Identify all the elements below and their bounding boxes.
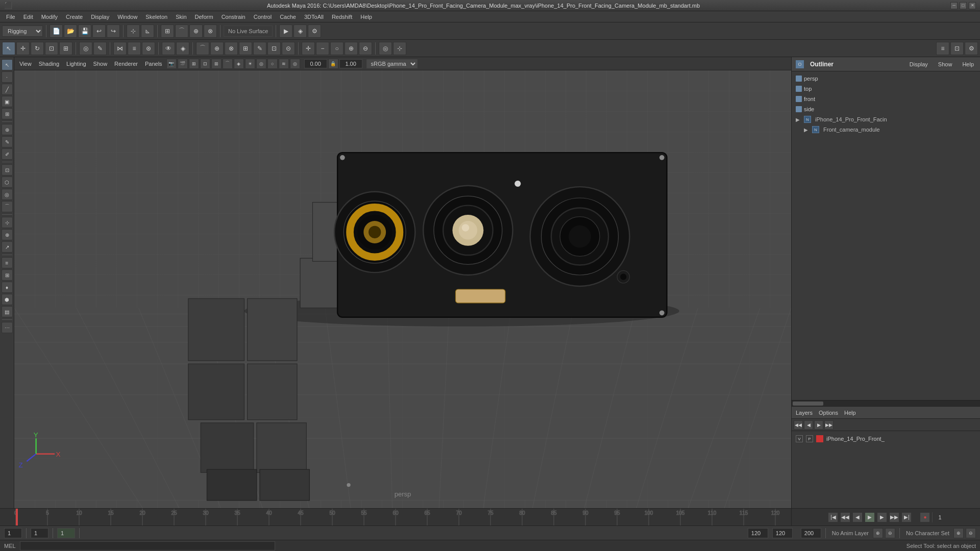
viewport-menu-panels[interactable]: Panels <box>142 60 165 68</box>
vp-gate-btn[interactable]: ⊞ <box>189 59 199 69</box>
menu-item-skeleton[interactable]: Skeleton <box>141 11 172 22</box>
paint-weights-btn[interactable]: ✎ <box>253 42 266 55</box>
scale-tool-btn[interactable]: ⊡ <box>45 42 58 55</box>
quick-rig-btn[interactable]: ⊹ <box>2 217 13 228</box>
menu-item-display[interactable]: Display <box>87 11 113 22</box>
layer-row-iphone[interactable]: V P iPhone_14_Pro_Front_ <box>796 433 976 444</box>
layer-next-next-btn[interactable]: ▶▶ <box>824 420 834 430</box>
rm-inf-btn[interactable]: ⊖ <box>359 42 372 55</box>
undo-btn[interactable]: ↩ <box>92 24 106 38</box>
outliner-item-front[interactable]: front <box>792 94 980 104</box>
soft-select-btn[interactable]: ◎ <box>79 42 92 55</box>
menu-item-skin[interactable]: Skin <box>172 11 190 22</box>
select-tool-btn[interactable]: ↖ <box>2 42 15 55</box>
menu-item-cache[interactable]: Cache <box>276 11 300 22</box>
transport-next-key-btn[interactable]: ▶▶ <box>889 512 899 522</box>
menu-item-deform[interactable]: Deform <box>191 11 217 22</box>
layer-v-label[interactable]: V <box>796 435 803 442</box>
plus-btn[interactable]: ✛ <box>302 42 315 55</box>
create-poly-btn[interactable]: ⬡ <box>2 177 13 188</box>
menu-item-modify[interactable]: Modify <box>37 11 62 22</box>
outliner-item-front-cam[interactable]: ▶ N Front_camera_module <box>800 124 980 135</box>
frame-total-display[interactable]: 200 <box>801 528 821 538</box>
menu-item-constrain[interactable]: Constrain <box>217 11 250 22</box>
ik-btn[interactable]: ⊕ <box>210 42 224 55</box>
snap-together-btn[interactable]: ⋈ <box>113 42 127 55</box>
menu-item-file[interactable]: File <box>2 11 19 22</box>
vp-motion-blur-btn[interactable]: ≋ <box>279 59 289 69</box>
menu-item-help[interactable]: Help <box>356 11 376 22</box>
transport-next-frame-btn[interactable]: ▶ <box>877 512 887 522</box>
vp-overscan-btn[interactable]: ⊡ <box>200 59 210 69</box>
vp-camera-btn[interactable]: 📷 <box>166 59 177 69</box>
vp-light-btn[interactable]: ☀ <box>245 59 255 69</box>
crv-snap-btn[interactable]: ⌒ <box>196 42 209 55</box>
timeline-track[interactable]: 0 5 10 15 20 25 30 35 40 45 50 55 60 65 … <box>0 509 791 526</box>
attr-editor-btn[interactable]: ⊡ <box>950 42 964 55</box>
redo-btn[interactable]: ↪ <box>107 24 120 38</box>
menu-item-redshift[interactable]: Redshift <box>328 11 356 22</box>
layers-tab-layers[interactable]: Layers <box>796 410 813 416</box>
vp-shadow-btn[interactable]: ◎ <box>256 59 266 69</box>
isolate-btn[interactable]: ◈ <box>176 42 189 55</box>
transport-record-btn[interactable]: ● <box>920 512 930 522</box>
vp-grid-btn[interactable]: ⊞ <box>211 59 222 69</box>
menu-item-window[interactable]: Window <box>113 11 141 22</box>
copy-skin-btn[interactable]: ⊝ <box>282 42 295 55</box>
universal-manip-btn[interactable]: ⊞ <box>59 42 72 55</box>
bottom-more-btn[interactable]: ⋯ <box>2 322 13 333</box>
vp-color-profile-select[interactable]: sRGB gamma <box>366 59 418 68</box>
mesh-tools-btn[interactable]: ⊡ <box>2 164 13 176</box>
layer-prev-prev-btn[interactable]: ◀◀ <box>794 420 803 430</box>
snap-grid-btn[interactable]: ⊞ <box>161 24 174 38</box>
sculpt-btn[interactable]: ⊛ <box>2 124 13 135</box>
viewport-menu-shading[interactable]: Shading <box>36 60 62 68</box>
create-surface-btn[interactable]: ◎ <box>2 189 13 200</box>
mel-input[interactable] <box>20 541 275 550</box>
lasso-btn[interactable]: ⊾ <box>141 24 154 38</box>
frame-end-display2[interactable]: 120 <box>772 528 793 538</box>
face-mode-btn[interactable]: ▣ <box>2 96 13 107</box>
cam-btn[interactable]: ◎ <box>379 42 392 55</box>
minus-btn[interactable]: − <box>316 42 329 55</box>
menu-item-3dtoall[interactable]: 3DToAll <box>300 11 328 22</box>
transport-play-btn[interactable]: ▶ <box>865 512 875 522</box>
vp-value-input2[interactable] <box>339 59 362 68</box>
current-frame-field[interactable]: 1 <box>31 528 48 538</box>
transport-begin-btn[interactable]: |◀ <box>828 512 838 522</box>
layers-tab-options[interactable]: Options <box>819 410 838 416</box>
menu-item-control[interactable]: Control <box>250 11 276 22</box>
skin-btn[interactable]: ⊗ <box>225 42 238 55</box>
char-set-btn2[interactable]: ⊖ <box>966 528 976 538</box>
frame-start-field[interactable]: 1 <box>4 528 22 538</box>
char-set-btn1[interactable]: ⊕ <box>953 528 964 538</box>
edge-mode-btn[interactable]: ╱ <box>2 84 13 95</box>
joint-btn[interactable]: ⊕ <box>2 229 13 240</box>
create-crv-btn[interactable]: ⌒ <box>2 201 13 212</box>
vp-curve-btn[interactable]: ⌒ <box>223 59 233 69</box>
align-btn[interactable]: ≡ <box>128 42 141 55</box>
viewport-menu-lighting[interactable]: Lighting <box>63 60 89 68</box>
render-settings-btn[interactable]: ⚙ <box>308 24 321 38</box>
frame-end-display[interactable]: 120 <box>748 528 768 538</box>
outliner-tab-help[interactable]: Help <box>960 60 976 68</box>
paint-btn[interactable]: ✎ <box>2 136 13 147</box>
outliner-item-iphone[interactable]: ▶ N iPhone_14_Pro_Front_Facin <box>792 114 980 124</box>
menu-item-edit[interactable]: Edit <box>19 11 37 22</box>
paint-sel-btn[interactable]: ✎ <box>93 42 107 55</box>
snap-surface-btn[interactable]: ⊗ <box>204 24 217 38</box>
outliner-scroll-thumb[interactable] <box>793 402 823 406</box>
snap-curve-btn[interactable]: ⌒ <box>175 24 188 38</box>
pivot-btn[interactable]: ⊛ <box>142 42 155 55</box>
viewport-menu-renderer[interactable]: Renderer <box>111 60 141 68</box>
ik-handle-btn[interactable]: ↗ <box>2 241 13 253</box>
anim-layer-btn[interactable]: ♦ <box>2 282 13 293</box>
vp-texture-btn[interactable]: ◈ <box>234 59 244 69</box>
layer-prev-btn[interactable]: ◀ <box>804 420 813 430</box>
frame-marker-field[interactable]: 1 <box>57 528 75 538</box>
maximize-button[interactable]: □ <box>960 2 967 9</box>
display-layer-btn[interactable]: ▤ <box>2 306 13 317</box>
transport-prev-key-btn[interactable]: ◀◀ <box>840 512 850 522</box>
vp-lock-btn[interactable]: 🔒 <box>328 59 338 69</box>
new-file-btn[interactable]: 📄 <box>50 24 63 38</box>
